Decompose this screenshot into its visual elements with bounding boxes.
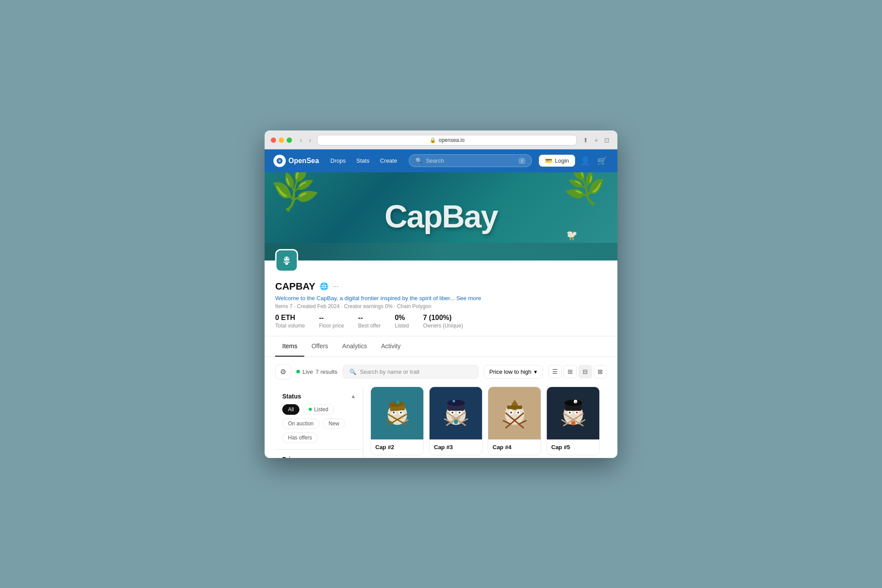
profile-icon-button[interactable]: 👤 [579,154,592,167]
browser-chrome: ‹ › 🔒 opensea.io ⬆ + ⊡ [265,130,617,149]
nft-image-cap4 [488,387,541,439]
list-view-button[interactable]: ☰ [548,365,562,378]
stat-floor-price-value: -- [319,314,344,322]
url-text: opensea.io [439,137,465,143]
collection-avatar [275,249,298,272]
see-more-link[interactable]: See more [456,295,481,301]
nft-card-cap3[interactable]: Cap #3 [429,387,482,455]
chip-listed[interactable]: Listed [303,404,334,415]
fullscreen-button[interactable] [287,138,292,143]
chip-all[interactable]: All [282,404,299,415]
collection-info: CAPBAY 🌐 ··· Welcome to the CapBay, a di… [265,261,617,336]
large-grid-view-button[interactable]: ⊠ [594,365,607,378]
sort-dropdown[interactable]: Price low to high ▾ [484,365,543,379]
stat-total-volume-label: Total volume [275,323,305,329]
nft-image-cap3 [430,387,482,439]
status-filter-label: Status [282,393,301,400]
cart-icon-button[interactable]: 🛒 [595,154,609,167]
traffic-lights [271,138,292,143]
minimize-button[interactable] [279,138,284,143]
hero-banner: 🌿 🌿 CapBay [265,172,617,261]
filter-toggle-button[interactable]: ⚙ [275,364,291,380]
opensea-logo[interactable]: OpenSea [273,155,319,167]
stat-floor-price-label: Floor price [319,323,344,329]
wallet-icon: 💳 [545,157,552,164]
forward-button[interactable]: › [307,136,313,145]
filters-sidebar: Status ▲ All Listed On auction New Has o… [275,387,363,458]
sort-label: Price low to high [490,368,531,375]
address-bar[interactable]: 🔒 opensea.io [317,135,576,145]
stat-owners-label: Owners (Unique) [423,323,463,329]
logo-text: OpenSea [288,157,319,165]
search-icon: 🔍 [415,157,422,164]
share-button[interactable]: ⬆ [581,136,590,145]
grid-view-button[interactable]: ⊟ [579,365,592,378]
svg-point-1 [573,232,576,235]
status-filter-header[interactable]: Status ▲ [282,393,356,400]
chip-new[interactable]: New [323,418,345,429]
small-grid-view-button[interactable]: ⊞ [564,365,577,378]
nft-name-cap4: Cap #4 [493,444,536,450]
nft-image-cap5: ☠ [547,387,599,439]
svg-point-53 [564,400,582,406]
nft-info-cap3: Cap #3 [430,439,482,455]
login-button[interactable]: 💳 Login [539,155,575,167]
status-chevron-up-icon: ▲ [351,393,356,399]
nav-links: Drops Stats Create [326,156,401,166]
collection-stats: 0 ETH Total volume -- Floor price -- Bes… [275,314,607,329]
items-search-bar[interactable]: 🔍 Search by name or trait [343,365,478,379]
nft-card-cap5[interactable]: ☠ Cap #5 [546,387,600,455]
svg-rect-3 [572,238,574,240]
price-filter-header[interactable]: Price ▾ [282,456,356,458]
tab-analytics[interactable]: Analytics [335,336,374,357]
globe-icon-button[interactable]: 🌐 [320,282,329,290]
nft-info-cap2: Cap #2 [371,439,423,455]
collection-tabs: Items Offers Analytics Activity [265,336,617,357]
nft-card-cap4[interactable]: Cap #4 [488,387,541,455]
nav-stats[interactable]: Stats [352,156,374,166]
svg-point-14 [393,412,395,413]
browser-window: ‹ › 🔒 opensea.io ⬆ + ⊡ OpenSea [265,130,617,458]
live-dot [296,370,300,373]
search-icon: 🔍 [349,368,356,375]
svg-point-51 [576,412,578,413]
stat-total-volume-value: 0 ETH [275,314,305,322]
live-label: Live [303,368,313,375]
price-filter-label: Price [282,456,297,458]
nft-name-cap2: Cap #2 [375,444,419,450]
collection-name: CAPBAY [275,281,315,292]
collection-description: Welcome to the CapBay, a digital frontie… [275,295,607,301]
svg-point-15 [400,412,402,413]
chip-on-auction[interactable]: On auction [282,418,319,429]
price-filter-section: Price ▾ [275,450,363,458]
items-search-placeholder: Search by name or trait [360,368,419,375]
more-button[interactable]: ⊡ [602,136,611,145]
new-tab-button[interactable]: + [593,136,600,145]
nft-name-cap5: Cap #5 [551,444,595,450]
nav-drops[interactable]: Drops [326,156,350,166]
svg-point-2 [567,231,572,234]
search-placeholder: Search [426,157,444,164]
stat-listed-value: 0% [395,314,409,322]
svg-rect-4 [570,238,571,240]
tab-activity[interactable]: Activity [374,336,407,357]
more-options-button[interactable]: ··· [333,283,339,290]
stat-owners: 7 (100%) Owners (Unique) [423,314,463,329]
stat-listed: 0% Listed [395,314,409,329]
hero-title: CapBay [385,198,497,234]
tab-offers[interactable]: Offers [304,336,335,357]
back-button[interactable]: ‹ [298,136,304,145]
main-layout: Status ▲ All Listed On auction New Has o… [275,387,607,458]
search-shortcut: / [519,158,525,164]
svg-point-40 [517,412,519,413]
svg-point-10 [285,262,288,265]
nav-search-bar[interactable]: 🔍 Search / [409,154,532,167]
stat-floor-price: -- Floor price [319,314,344,329]
listed-dot [309,408,312,411]
close-button[interactable] [271,138,276,143]
chip-has-offers[interactable]: Has offers [282,432,318,443]
tab-items[interactable]: Items [275,336,304,357]
nft-card-cap2[interactable]: Cap #2 [370,387,424,455]
nav-create[interactable]: Create [376,156,402,166]
items-toolbar: ⚙ Live 7 results 🔍 Search by name or tra… [275,364,607,380]
